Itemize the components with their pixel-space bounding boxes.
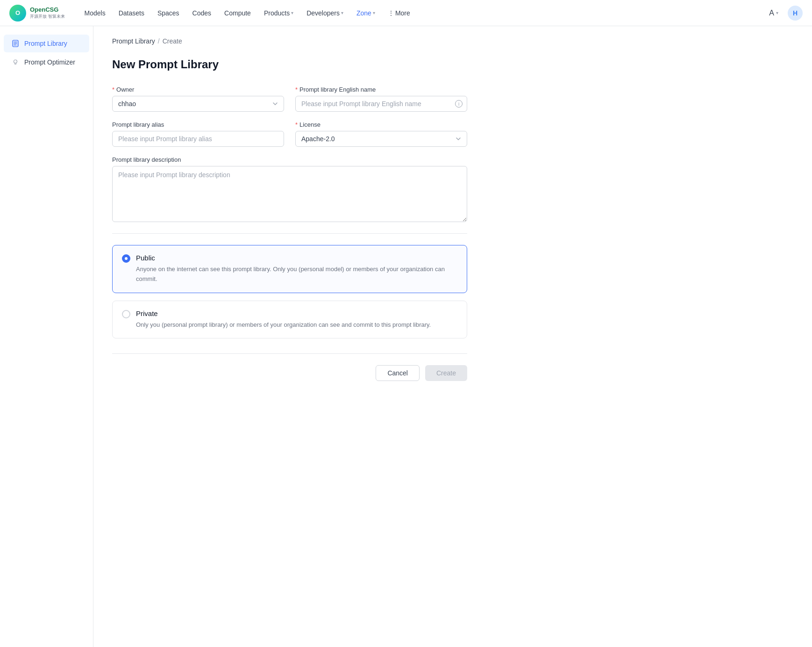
divider-1 xyxy=(112,233,467,234)
bulb-icon xyxy=(11,58,20,66)
breadcrumb-separator: / xyxy=(158,37,160,45)
breadcrumb: Prompt Library / Create xyxy=(112,37,793,45)
nav-developers[interactable]: Developers ▾ xyxy=(301,7,349,20)
main-content: Prompt Library / Create New Prompt Libra… xyxy=(93,26,812,647)
nav-models[interactable]: Models xyxy=(79,7,111,20)
navbar: O OpenCSG 开源开放 智算未来 Models Datasets Spac… xyxy=(0,0,812,26)
license-group: * License Apache-2.0 xyxy=(295,121,467,147)
logo-icon: O xyxy=(9,5,26,22)
public-radio-inner xyxy=(125,257,128,260)
private-desc: Only you (personal prompt library) or me… xyxy=(136,320,457,330)
license-label: * License xyxy=(295,121,467,128)
logo[interactable]: O OpenCSG 开源开放 智算未来 xyxy=(9,5,65,22)
form-row-2: Prompt library alias * License Apache-2.… xyxy=(112,121,467,147)
form-footer: Cancel Create xyxy=(112,353,467,381)
language-button[interactable]: A ▾ xyxy=(765,7,782,19)
alias-input[interactable] xyxy=(112,131,284,147)
nav-zone[interactable]: Zone ▾ xyxy=(351,7,381,20)
eng-name-required-star: * xyxy=(295,86,298,93)
nav-codes[interactable]: Codes xyxy=(187,7,217,20)
products-chevron-icon: ▾ xyxy=(291,10,293,15)
create-button[interactable]: Create xyxy=(425,365,467,381)
form: * Owner chhao * Prompt library English n… xyxy=(112,86,467,381)
developers-chevron-icon: ▾ xyxy=(341,10,343,15)
logo-text: OpenCSG xyxy=(30,6,65,14)
public-option[interactable]: Public Anyone on the internet can see th… xyxy=(112,245,467,293)
document-icon xyxy=(11,39,20,48)
private-title: Private xyxy=(136,309,457,317)
nav-more[interactable]: ⋮ More xyxy=(383,7,416,20)
public-title: Public xyxy=(136,254,457,262)
breadcrumb-current: Create xyxy=(163,37,182,45)
more-grid-icon: ⋮ xyxy=(388,10,394,16)
info-icon[interactable]: i xyxy=(455,100,463,108)
nav-products[interactable]: Products ▾ xyxy=(258,7,299,20)
breadcrumb-parent[interactable]: Prompt Library xyxy=(112,37,155,45)
public-content: Public Anyone on the internet can see th… xyxy=(136,254,457,284)
owner-select[interactable]: chhao xyxy=(112,96,284,112)
public-desc: Anyone on the internet can see this prom… xyxy=(136,265,457,284)
eng-name-input[interactable] xyxy=(295,96,467,112)
sidebar-prompt-library-label: Prompt Library xyxy=(24,40,67,47)
alias-label: Prompt library alias xyxy=(112,121,284,128)
nav-spaces[interactable]: Spaces xyxy=(152,7,185,20)
zone-chevron-icon: ▾ xyxy=(373,10,375,15)
owner-group: * Owner chhao xyxy=(112,86,284,112)
eng-name-input-wrapper: i xyxy=(295,96,467,112)
nav-datasets[interactable]: Datasets xyxy=(113,7,150,20)
sidebar-item-prompt-library[interactable]: Prompt Library xyxy=(4,35,89,52)
desc-textarea[interactable] xyxy=(112,166,467,222)
translate-icon: A xyxy=(769,9,774,17)
cancel-button[interactable]: Cancel xyxy=(376,365,420,381)
private-option[interactable]: Private Only you (personal prompt librar… xyxy=(112,301,467,339)
desc-group: Prompt library description xyxy=(112,156,467,222)
page-title: New Prompt Library xyxy=(112,58,793,71)
nav-right: A ▾ H xyxy=(765,6,803,21)
svg-point-5 xyxy=(14,60,17,63)
alias-group: Prompt library alias xyxy=(112,121,284,147)
sidebar: Prompt Library Prompt Optimizer xyxy=(0,26,93,647)
logo-sub: 开源开放 智算未来 xyxy=(30,14,65,20)
nav-compute[interactable]: Compute xyxy=(219,7,256,20)
eng-name-group: * Prompt library English name i xyxy=(295,86,467,112)
eng-name-label: * Prompt library English name xyxy=(295,86,467,93)
license-select[interactable]: Apache-2.0 xyxy=(295,131,467,147)
desc-label: Prompt library description xyxy=(112,156,467,163)
sidebar-prompt-optimizer-label: Prompt Optimizer xyxy=(24,58,75,66)
private-radio xyxy=(122,310,130,318)
license-required-star: * xyxy=(295,121,298,128)
nav-links: Models Datasets Spaces Codes Compute Pro… xyxy=(79,7,766,20)
owner-label: * Owner xyxy=(112,86,284,93)
private-content: Private Only you (personal prompt librar… xyxy=(136,309,457,330)
lang-chevron-icon: ▾ xyxy=(776,10,778,15)
layout: Prompt Library Prompt Optimizer Prompt L… xyxy=(0,26,812,647)
form-row-1: * Owner chhao * Prompt library English n… xyxy=(112,86,467,112)
public-radio xyxy=(122,254,130,263)
avatar[interactable]: H xyxy=(788,6,803,21)
sidebar-item-prompt-optimizer[interactable]: Prompt Optimizer xyxy=(4,53,89,71)
owner-required-star: * xyxy=(112,86,114,93)
